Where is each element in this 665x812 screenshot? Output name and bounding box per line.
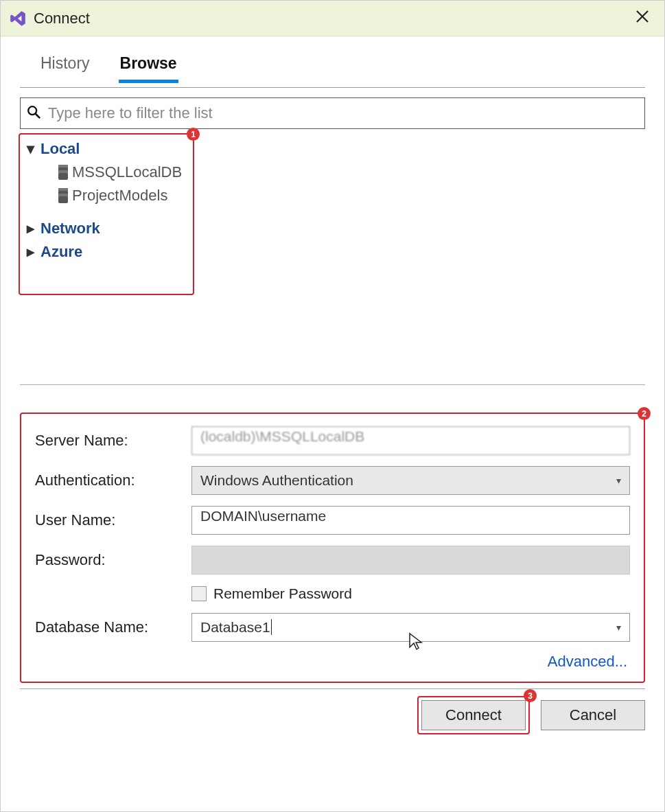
tab-browse[interactable]: Browse — [119, 50, 178, 83]
server-icon — [58, 188, 68, 203]
database-name-value: Database1 — [200, 619, 272, 635]
chevron-down-icon: ▾ — [27, 140, 36, 158]
remember-password-label: Remember Password — [213, 585, 352, 602]
search-icon — [26, 104, 41, 123]
close-button[interactable] — [629, 5, 656, 32]
tree-item-label: ProjectModels — [72, 187, 167, 205]
cancel-button[interactable]: Cancel — [541, 700, 645, 730]
tab-history[interactable]: History — [39, 50, 91, 83]
advanced-link[interactable]: Advanced... — [548, 653, 627, 670]
tree-label: Network — [40, 220, 100, 237]
svg-line-1 — [36, 113, 40, 117]
tree-item-label: MSSQLLocalDB — [72, 163, 182, 181]
section-divider — [20, 384, 645, 385]
tree-label: Azure — [40, 243, 82, 261]
chevron-right-icon: ▸ — [27, 220, 36, 237]
user-name-label: User Name: — [35, 511, 191, 529]
connect-button[interactable]: Connect — [421, 700, 526, 730]
window-title: Connect — [34, 10, 90, 27]
tab-bar: History Browse — [20, 43, 645, 83]
filter-input[interactable] — [47, 104, 639, 123]
authentication-label: Authentication: — [35, 472, 191, 489]
chevron-down-icon: ▾ — [616, 475, 621, 486]
visual-studio-icon — [9, 10, 27, 27]
tree-item-projectmodels[interactable]: ProjectModels — [27, 184, 640, 207]
authentication-value: Windows Authentication — [200, 472, 353, 489]
tree-category-azure[interactable]: ▸ Azure — [27, 240, 640, 264]
authentication-select[interactable]: Windows Authentication ▾ — [191, 466, 630, 495]
tree-category-local[interactable]: ▾ Local — [27, 137, 640, 161]
chevron-right-icon: ▸ — [27, 243, 36, 261]
user-name-input[interactable]: DOMAIN\username — [191, 506, 630, 535]
database-name-combobox[interactable]: Database1 ▾ — [191, 613, 630, 642]
filter-box[interactable] — [20, 97, 645, 129]
server-tree: ▾ Local MSSQLLocalDB ProjectModels ▸ Net… — [20, 133, 645, 268]
server-icon — [58, 165, 68, 180]
svg-point-0 — [28, 106, 36, 115]
connect-dialog: Connect History Browse 1 ▾ Local — [0, 0, 665, 812]
password-label: Password: — [35, 551, 191, 569]
server-name-input[interactable]: (localdb)\MSSQLLocalDB — [191, 426, 630, 455]
divider — [20, 87, 645, 88]
tree-category-network[interactable]: ▸ Network — [27, 217, 640, 240]
connection-form: Server Name: (localdb)\MSSQLLocalDB Auth… — [20, 413, 645, 679]
chevron-down-icon[interactable]: ▾ — [616, 622, 621, 633]
database-name-label: Database Name: — [35, 618, 191, 636]
server-name-label: Server Name: — [35, 432, 191, 450]
password-input — [191, 546, 630, 575]
remember-password-checkbox[interactable] — [191, 586, 207, 601]
dialog-footer: 3 Connect Cancel — [20, 688, 645, 730]
title-bar: Connect — [1, 1, 664, 36]
tree-label: Local — [40, 140, 80, 158]
tree-item-mssqllocaldb[interactable]: MSSQLLocalDB — [27, 161, 640, 184]
